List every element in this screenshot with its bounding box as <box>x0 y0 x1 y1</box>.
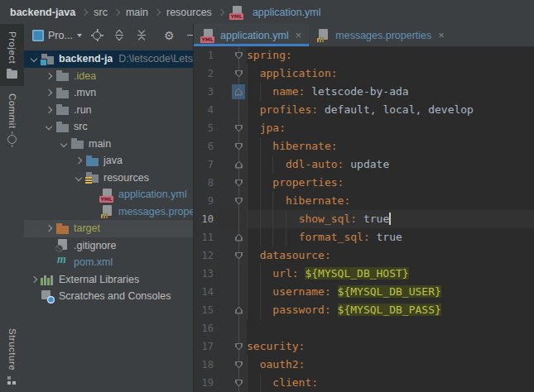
tree-item-target[interactable]: target <box>24 220 193 237</box>
fold-marker-icon[interactable] <box>235 179 243 187</box>
code-line-12[interactable]: 12 datasource: <box>194 246 534 265</box>
close-tab-icon[interactable]: × <box>296 30 302 41</box>
tree-item-pom-xml[interactable]: pom.xml <box>24 254 193 271</box>
code-line-2[interactable]: 2 application: <box>194 65 534 83</box>
yaml-value: update <box>350 158 389 170</box>
tree-item-gitignore[interactable]: .gitignore <box>24 237 193 255</box>
expand-all-icon[interactable] <box>113 28 127 42</box>
breadcrumb-item-main[interactable]: main <box>126 7 148 18</box>
code-line-5[interactable]: 5 jpa: <box>194 119 534 137</box>
tree-item-src[interactable]: src <box>24 118 193 136</box>
tab-messages-properties[interactable]: messages.properties × <box>309 24 452 46</box>
code-line-3[interactable]: 3 name: letscode-by-ada <box>194 83 534 101</box>
code-line-10[interactable]: 10 show_sql: true <box>194 210 534 228</box>
tree-item-label: .mvn <box>74 87 96 98</box>
code-line-4[interactable]: 4 profiles: default, local, develop <box>194 101 534 119</box>
code-area[interactable]: 1spring:2 application:3 name: letscode-b… <box>194 46 534 392</box>
tool-window-button-structure[interactable]: Structure <box>0 321 24 392</box>
tree-item-main[interactable]: main <box>24 136 193 153</box>
breadcrumb-item-project[interactable]: backend-java <box>10 7 75 18</box>
fold-marker-icon[interactable] <box>235 380 243 387</box>
tree-item-external-libraries[interactable]: External Libraries <box>24 271 193 289</box>
tree-item-application-yml[interactable]: application.yml <box>24 186 193 203</box>
breadcrumb-item-resources[interactable]: resources <box>166 7 212 18</box>
tree-item-idea[interactable]: .idea <box>24 68 193 85</box>
code-line-15[interactable]: 15 password: ${MYSQL_DB_PASS} <box>194 301 534 319</box>
tree-chevron-icon[interactable] <box>42 69 55 83</box>
fold-marker-icon[interactable] <box>235 307 243 314</box>
fold-marker-icon[interactable] <box>235 361 243 369</box>
tree-item-label: backend-java <box>59 53 113 65</box>
indent-guides <box>247 228 299 246</box>
breadcrumb-item-src[interactable]: src <box>94 7 108 18</box>
hide-panel-icon[interactable] <box>185 28 193 42</box>
breadcrumb-item-file[interactable]: application.yml <box>230 6 321 18</box>
code-line-17[interactable]: 17security: <box>194 337 534 356</box>
fold-column <box>219 174 247 192</box>
fold-marker-icon[interactable] <box>235 161 243 169</box>
tree-chevron-icon[interactable] <box>57 137 70 151</box>
tree-item-label: messages.properties <box>118 206 193 218</box>
fold-marker-icon[interactable] <box>235 125 243 132</box>
tree-chevron-icon[interactable] <box>27 52 41 65</box>
code-line-11[interactable]: 11 format_sql: true <box>194 228 534 246</box>
tree-item-java[interactable]: java <box>24 152 193 170</box>
chevron-right-icon <box>218 8 224 15</box>
tool-window-button-project[interactable]: Project <box>0 24 24 86</box>
yaml-key: oauth2: <box>260 358 305 370</box>
fold-marker-icon[interactable] <box>235 88 243 96</box>
tool-window-button-commit[interactable]: Commit <box>0 86 24 151</box>
tree-item-backend-java[interactable]: backend-javaD:\letscode\Lets <box>24 50 193 68</box>
collapse-all-icon[interactable] <box>135 28 149 42</box>
tool-window-stripe: Project Commit Structure <box>0 24 25 392</box>
fold-marker-icon[interactable] <box>235 52 243 60</box>
tree-chevron-icon[interactable] <box>27 273 41 286</box>
yaml-value: true <box>377 231 402 243</box>
code-line-7[interactable]: 7 ddl-auto: update <box>194 155 534 174</box>
code-line-14[interactable]: 14 username: ${MYSQL_DB_USER} <box>194 283 534 301</box>
tree-chevron-icon[interactable] <box>42 86 55 99</box>
code-line-13[interactable]: 13 url: ${MYSQL_DB_HOST} <box>194 265 534 283</box>
indent-guides <box>247 246 260 265</box>
yaml-key: username: <box>272 285 330 298</box>
code-line-16[interactable]: 16 <box>194 319 534 337</box>
code-text: oauth2: <box>247 356 534 374</box>
code-line-6[interactable]: 6 hibernate: <box>194 137 534 155</box>
tree-chevron-icon[interactable] <box>72 154 85 167</box>
tree-chevron-icon[interactable] <box>42 120 55 133</box>
fold-marker-icon[interactable] <box>235 252 243 260</box>
tree-item-run[interactable]: .run <box>24 102 193 119</box>
fold-marker-icon[interactable] <box>235 198 243 205</box>
code-line-19[interactable]: 19 client: <box>194 374 534 392</box>
fold-marker-icon[interactable] <box>235 234 243 241</box>
code-line-1[interactable]: 1spring: <box>194 46 534 65</box>
line-number: 1 <box>194 46 219 65</box>
tree-chevron-icon[interactable] <box>72 171 85 184</box>
tree-item-scratches[interactable]: Scratches and Consoles <box>24 288 193 305</box>
tab-application-yml[interactable]: application.yml × <box>194 24 309 46</box>
tree-chevron-icon[interactable] <box>42 103 55 117</box>
indent-guides <box>247 83 272 101</box>
fold-column <box>219 319 247 337</box>
tree-item-resources[interactable]: resources <box>24 170 193 187</box>
fold-marker-icon[interactable] <box>235 70 243 78</box>
fold-column <box>219 356 247 374</box>
tree-chevron-icon[interactable] <box>42 222 55 235</box>
tree-item-messages-properties[interactable]: messages.properties <box>24 203 193 221</box>
tree-item-mvn[interactable]: .mvn <box>24 84 193 102</box>
close-tab-icon[interactable]: × <box>438 30 445 41</box>
code-text <box>247 319 534 337</box>
locate-icon[interactable] <box>90 28 104 42</box>
project-view-selector[interactable]: Pro... <box>32 30 82 41</box>
code-line-18[interactable]: 18 oauth2: <box>194 356 534 374</box>
folder-excluded-icon <box>55 222 70 235</box>
code-line-8[interactable]: 8 properties: <box>194 174 534 192</box>
fold-column <box>219 119 247 137</box>
indent-guides <box>247 137 272 155</box>
code-line-9[interactable]: 9 hibernate: <box>194 192 534 210</box>
code-text: profiles: default, local, develop <box>247 101 534 119</box>
fold-marker-icon[interactable] <box>235 343 243 351</box>
fold-marker-icon[interactable] <box>235 143 243 151</box>
fold-column <box>219 210 247 228</box>
settings-gear-icon[interactable]: ⚙ <box>162 28 176 42</box>
